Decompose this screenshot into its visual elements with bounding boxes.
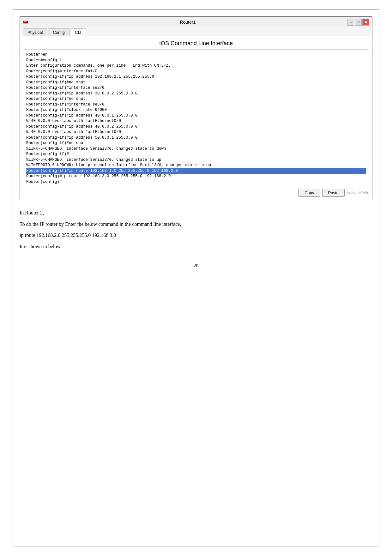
body-paragraph-4: It is shown in below. [20,243,372,251]
page-border: Router1 – □ ✕ Physical Config CLI IOS Co… [13,9,379,546]
terminal-line: %LINEPROTO-5-UPDOWN: Line protocol on In… [26,163,366,168]
terminal-line: Router(config-if)#no shut [26,80,366,86]
terminal-line: % 40.0.0.0 overlaps with FastEthernet0/0 [26,129,366,135]
window-controls: – □ ✕ [347,19,369,26]
svg-rect-1 [24,21,25,22]
terminal-line: Router(config)# [26,179,366,185]
cli-heading: IOS Command Line Interface [20,36,372,49]
svg-rect-2 [25,21,26,22]
terminal-line: %LINK-5-CHANGED: Interface Serial3/0, ch… [26,146,366,152]
terminal-line: Router(config-if)#no shut [26,141,366,146]
router-window: Router1 – □ ✕ Physical Config CLI IOS Co… [20,16,372,199]
body-paragraph-3: ip route 192.168.2.0 255.255.255.0 192.1… [20,231,372,239]
tab-physical[interactable]: Physical [23,28,47,36]
copy-button[interactable]: Copy [299,189,320,197]
terminal-line: Router(config-if)#ip address 50.0.0.1 25… [26,135,366,141]
terminal-line: Router>en [26,52,366,58]
terminal-line: % 40.0.0.0 overlaps with FastEthernet0/0 [26,118,366,124]
body-paragraph-1: In Router 2, [20,209,372,217]
terminal-line: Enter configuration commands, one per li… [26,63,366,69]
terminal-line: %LINK-5-CHANGED: Interface Serial3/0, ch… [26,157,366,163]
activate-windows-text: Activate Win [347,190,369,195]
terminal-line: Router(config-if)#clock rate 64000 [26,107,366,113]
router-app-icon [23,19,28,25]
tabs-bar: Physical Config CLI [20,27,372,36]
terminal-line: Router(config)#ip route 192.168.3.0 255.… [26,174,366,179]
tab-cli[interactable]: CLI [70,28,86,36]
tab-config[interactable]: Config [48,28,69,36]
terminal-line: Router(config-if)#interface se3/0 [26,102,366,108]
title-bar-left [23,19,28,25]
close-button[interactable]: ✕ [362,19,369,26]
terminal-line: Router(config-if)#ip address 40.0.0.1 25… [26,113,366,119]
window-title: Router1 [28,20,347,25]
terminal-line: Router(config)#interface fa1/0 [26,69,366,75]
terminal-line: Router(config-if)# [26,152,366,157]
terminal-line: Router(config-if)#interface se2/0 [26,85,366,91]
terminal-line: Router(config-if)#ip address 30.0.0.2 25… [26,91,366,97]
minimize-button[interactable]: – [347,19,354,26]
page-number: 20 [20,263,372,268]
svg-rect-3 [27,21,27,22]
terminal-area[interactable]: Router>enRouter#config tEnter configurat… [23,49,369,185]
terminal-line: Router(config-if)#no shut [26,96,366,102]
terminal-line: Router#config t [26,58,366,63]
title-bar: Router1 – □ ✕ [20,17,372,27]
terminal-line: Router(config-if)#ip address 40.0.0.2 25… [26,124,366,130]
terminal-line: Router(config-if)#ip address 192.168.2.1… [26,74,366,80]
buttons-row: Copy Paste Activate Win [20,188,372,199]
terminal-line: Router(config-if)#ip route 192.168.1.0 2… [26,168,366,174]
body-paragraph-2: To do the IP router by Enter the below c… [20,220,372,228]
maximize-button[interactable]: □ [355,19,362,26]
paste-button[interactable]: Paste [322,189,345,197]
